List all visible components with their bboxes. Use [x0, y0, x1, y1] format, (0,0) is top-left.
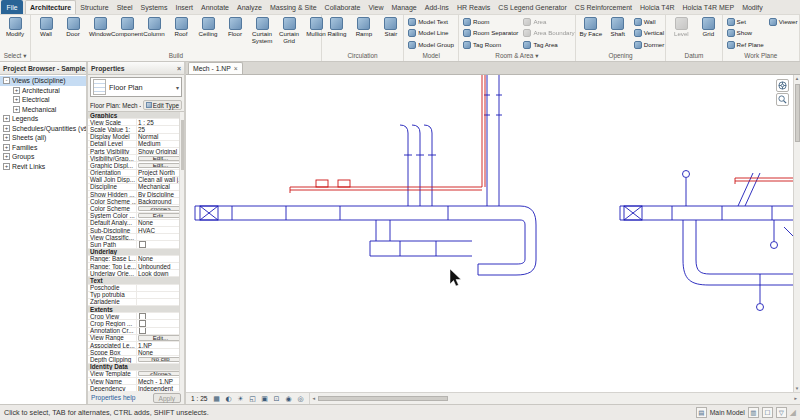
ribbon-button[interactable]: Tag Room: [461, 39, 520, 51]
property-value[interactable]: [137, 285, 184, 291]
property-value[interactable]: 25: [137, 126, 184, 132]
ribbon-tab[interactable]: Analyze: [233, 1, 266, 14]
tree-expand-icon[interactable]: +: [3, 163, 10, 170]
property-value[interactable]: <None>: [138, 371, 183, 376]
status-bar-icon[interactable]: ▤: [696, 407, 707, 418]
ribbon-tab[interactable]: Structure: [76, 1, 112, 14]
ribbon-panel-label[interactable]: Room & Area ▾: [461, 51, 573, 61]
tree-expand-icon[interactable]: +: [13, 106, 20, 113]
type-selector[interactable]: Floor Plan ▾: [90, 77, 182, 97]
ribbon-tab[interactable]: CS Legend Generator: [494, 1, 571, 14]
property-row[interactable]: Associated Le... 1.NP: [88, 342, 184, 349]
property-row[interactable]: Discipline Mechanical: [88, 184, 184, 191]
property-row[interactable]: Extents: [88, 306, 184, 313]
ribbon-button[interactable]: Door: [60, 16, 86, 51]
ribbon-button[interactable]: Area: [521, 16, 576, 28]
browser-tree-item[interactable]: + Families: [0, 143, 86, 153]
tree-expand-icon[interactable]: +: [3, 153, 10, 160]
ribbon-button[interactable]: Curtain Grid: [276, 16, 302, 51]
property-row[interactable]: Color Scheme ... Background: [88, 198, 184, 205]
property-value[interactable]: Edit...: [138, 156, 183, 161]
scroll-right-icon[interactable]: ►: [794, 396, 798, 401]
view-control-icon[interactable]: ◱: [248, 394, 258, 404]
status-bar-icon[interactable]: ▥: [748, 407, 759, 418]
property-value[interactable]: Edit...: [138, 163, 183, 168]
horizontal-scrollbar[interactable]: ◄ ►: [309, 393, 800, 404]
property-row[interactable]: Orientation Project North: [88, 170, 184, 177]
property-row[interactable]: Wall Join Disp... Clean all wall j...: [88, 177, 184, 184]
ribbon-button[interactable]: Component: [114, 16, 140, 51]
property-row[interactable]: View Template <None>: [88, 371, 184, 378]
property-row[interactable]: Text: [88, 277, 184, 284]
ribbon-tab[interactable]: Modify: [738, 1, 767, 14]
ribbon-button[interactable]: By Face: [578, 16, 604, 51]
ribbon-panel-label[interactable]: Circulation: [324, 51, 401, 61]
property-value[interactable]: Show Original: [137, 148, 184, 154]
tree-expand-icon[interactable]: -: [3, 77, 10, 84]
tree-expand-icon[interactable]: +: [3, 134, 10, 141]
ribbon-button[interactable]: Viewer: [767, 16, 800, 28]
tree-expand-icon[interactable]: +: [3, 115, 10, 122]
ribbon-button[interactable]: Model Line: [406, 28, 456, 40]
ribbon-tab[interactable]: Add-Ins: [421, 1, 453, 14]
property-row[interactable]: Underlay Orie... Look down: [88, 270, 184, 277]
property-row[interactable]: Visibility/Grap... Edit...: [88, 155, 184, 162]
status-bar-icon[interactable]: ☐: [762, 407, 773, 418]
properties-scrollbar[interactable]: [179, 112, 184, 391]
ribbon-button[interactable]: Room Separator: [461, 28, 520, 40]
property-value[interactable]: 1 : 25: [137, 119, 184, 125]
property-value[interactable]: Medium: [137, 141, 184, 147]
ribbon-button[interactable]: Area Boundary: [521, 28, 576, 40]
edit-type-button[interactable]: Edit Type: [143, 100, 182, 110]
ribbon-button[interactable]: Window: [87, 16, 113, 51]
ribbon-tab[interactable]: Holcia T4R: [636, 1, 679, 14]
browser-tree-item[interactable]: + Sheets (all): [0, 133, 86, 143]
ribbon-button[interactable]: Ref Plane: [725, 39, 766, 51]
resize-grip-icon[interactable]: ◢: [790, 409, 796, 417]
ribbon-button[interactable]: Ceiling: [195, 16, 221, 51]
property-row[interactable]: Sub-Discipline HVAC: [88, 227, 184, 234]
ribbon-tab[interactable]: CS Reinforcement: [571, 1, 636, 14]
property-row[interactable]: Graphics: [88, 112, 184, 119]
ribbon-button[interactable]: Column: [141, 16, 167, 51]
ribbon-tab[interactable]: Architecture: [25, 0, 76, 14]
ribbon-panel-label[interactable]: Datum: [668, 51, 719, 61]
property-value[interactable]: [137, 299, 184, 305]
property-value[interactable]: None: [137, 220, 184, 226]
ribbon-tab[interactable]: View: [364, 1, 387, 14]
ribbon-tab[interactable]: Annotate: [197, 1, 233, 14]
property-row[interactable]: Annotation Cr...: [88, 328, 184, 335]
view-control-icon[interactable]: ◐: [224, 394, 234, 404]
property-value[interactable]: None: [137, 349, 184, 355]
ribbon-button[interactable]: Shaft: [605, 16, 631, 51]
ribbon-panel-label[interactable]: Build: [33, 51, 319, 61]
ribbon-button[interactable]: Grid: [695, 16, 721, 51]
zoom-icon[interactable]: [776, 93, 789, 106]
property-row[interactable]: Crop View: [88, 313, 184, 320]
close-icon[interactable]: ×: [177, 65, 181, 72]
steering-wheel-icon[interactable]: [776, 79, 789, 92]
project-browser-header[interactable]: Project Browser - Sample_2020.rvt ×: [0, 62, 86, 75]
tree-expand-icon[interactable]: +: [13, 96, 20, 103]
ribbon-button[interactable]: Wall: [632, 16, 667, 28]
property-value[interactable]: 1.NP: [137, 342, 184, 348]
ribbon-panel-label[interactable]: Model: [406, 51, 456, 61]
ribbon-tab[interactable]: Insert: [171, 1, 197, 14]
property-row[interactable]: Detail Level Medium: [88, 141, 184, 148]
property-value[interactable]: Edit...: [138, 213, 183, 218]
ribbon-tab[interactable]: HR Reavis: [453, 1, 494, 14]
property-value[interactable]: Look down: [137, 270, 184, 276]
ribbon-button[interactable]: Model Group: [406, 39, 456, 51]
property-value[interactable]: Background: [137, 198, 184, 204]
property-value[interactable]: [137, 241, 184, 247]
ribbon-button[interactable]: Set: [725, 16, 766, 28]
scroll-up-icon[interactable]: ▲: [794, 75, 800, 82]
tree-expand-icon[interactable]: +: [3, 125, 10, 132]
property-row[interactable]: Range: Base L... None: [88, 256, 184, 263]
property-row[interactable]: Crop Region ...: [88, 320, 184, 327]
ribbon-button[interactable]: Modify: [2, 16, 28, 51]
property-row[interactable]: Parts Visibility Show Original: [88, 148, 184, 155]
view-control-icon[interactable]: ☀: [236, 394, 246, 404]
vertical-scroll-thumb[interactable]: [795, 84, 800, 142]
view-control-icon[interactable]: ▦: [212, 394, 222, 404]
